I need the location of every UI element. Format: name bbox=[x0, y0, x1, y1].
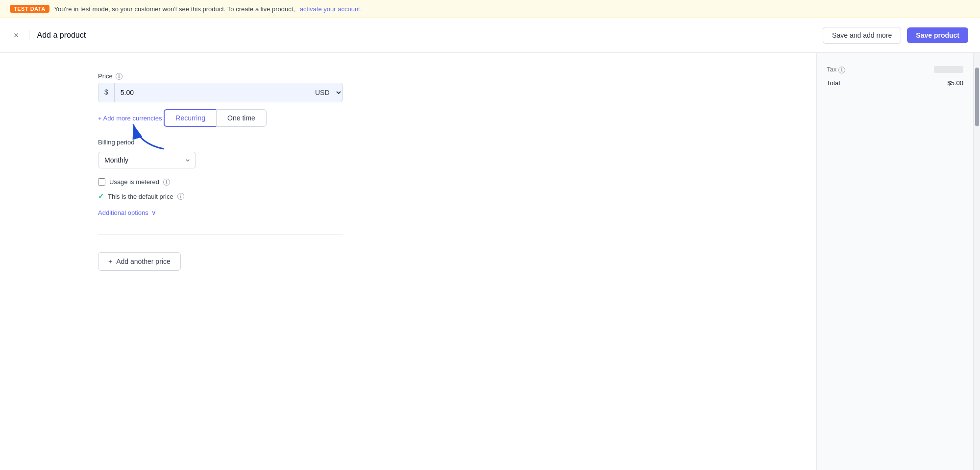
test-badge: TEST DATA bbox=[10, 5, 49, 13]
usage-metered-info-icon[interactable]: ℹ bbox=[163, 179, 170, 186]
billing-period-section: Billing period Monthly Daily Weekly Ever… bbox=[98, 139, 343, 168]
top-bar-left: × Add a product bbox=[12, 29, 86, 42]
section-separator bbox=[98, 234, 343, 235]
scrollbar[interactable] bbox=[973, 53, 980, 470]
total-value: $5.00 bbox=[947, 79, 963, 87]
main-layout: Price ℹ $ USD EUR GBP + Add more currenc… bbox=[0, 53, 980, 470]
additional-options-label: Additional options bbox=[98, 209, 148, 216]
price-input[interactable] bbox=[115, 83, 308, 102]
billing-period-select[interactable]: Monthly Daily Weekly Every 3 months Ever… bbox=[98, 152, 196, 168]
one-time-button[interactable]: One time bbox=[216, 109, 267, 127]
test-banner: TEST DATA You're in test mode, so your c… bbox=[0, 0, 980, 18]
add-price-label: Add another price bbox=[116, 258, 171, 265]
add-price-plus-icon: + bbox=[108, 258, 112, 265]
tax-row: Tax ℹ bbox=[827, 63, 963, 76]
tax-value bbox=[934, 66, 963, 73]
price-field: Price ℹ $ USD EUR GBP bbox=[98, 72, 343, 102]
price-prefix: $ bbox=[98, 83, 115, 102]
billing-period-label: Billing period bbox=[98, 139, 343, 146]
scrollbar-thumb[interactable] bbox=[975, 68, 979, 126]
save-product-button[interactable]: Save product bbox=[907, 27, 968, 43]
add-another-price-button[interactable]: + Add another price bbox=[98, 252, 181, 271]
activate-account-link[interactable]: activate your account. bbox=[300, 5, 362, 13]
price-label: Price ℹ bbox=[98, 72, 343, 80]
price-input-row: $ USD EUR GBP bbox=[98, 83, 343, 102]
recurring-button[interactable]: Recurring bbox=[164, 109, 216, 127]
usage-metered-row: Usage is metered ℹ bbox=[98, 178, 343, 186]
top-bar: × Add a product Save and add more Save p… bbox=[0, 18, 980, 53]
total-row: Total $5.00 bbox=[827, 76, 963, 90]
content-area: Price ℹ $ USD EUR GBP + Add more currenc… bbox=[0, 53, 816, 470]
usage-metered-label: Usage is metered bbox=[109, 178, 159, 186]
close-button[interactable]: × bbox=[12, 29, 21, 42]
page-title: Add a product bbox=[37, 31, 86, 40]
price-info-icon[interactable]: ℹ bbox=[116, 73, 122, 80]
top-bar-actions: Save and add more Save product bbox=[823, 27, 968, 44]
toggle-container: Recurring One time bbox=[164, 102, 267, 127]
total-label: Total bbox=[827, 79, 840, 87]
chevron-down-icon: ∨ bbox=[151, 209, 156, 216]
divider bbox=[29, 30, 29, 40]
banner-message: You're in test mode, so your customer wo… bbox=[54, 5, 295, 13]
add-currencies-link[interactable]: + Add more currencies bbox=[98, 115, 162, 122]
pricing-type-toggle: Recurring One time bbox=[164, 109, 267, 127]
save-add-more-button[interactable]: Save and add more bbox=[823, 27, 901, 44]
default-price-check-icon: ✓ bbox=[98, 192, 104, 200]
default-price-label: This is the default price bbox=[108, 193, 173, 200]
tax-info-icon[interactable]: ℹ bbox=[838, 67, 845, 73]
currency-select[interactable]: USD EUR GBP bbox=[308, 83, 343, 102]
usage-metered-checkbox[interactable] bbox=[98, 178, 105, 186]
additional-options-link[interactable]: Additional options ∨ bbox=[98, 209, 156, 216]
right-panel: Tax ℹ Total $5.00 bbox=[816, 53, 973, 470]
form-section: Price ℹ $ USD EUR GBP + Add more currenc… bbox=[98, 72, 343, 271]
default-price-info-icon[interactable]: ℹ bbox=[177, 193, 184, 200]
default-price-row: ✓ This is the default price ℹ bbox=[98, 192, 343, 200]
tax-label: Tax ℹ bbox=[827, 66, 845, 73]
